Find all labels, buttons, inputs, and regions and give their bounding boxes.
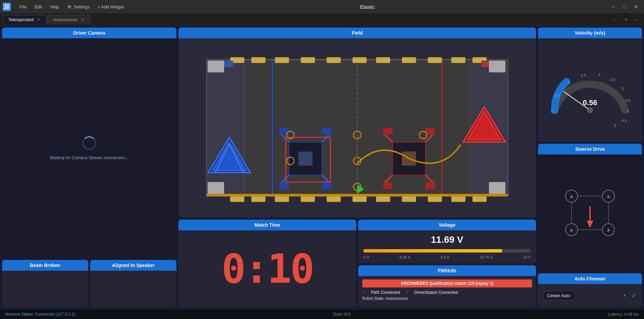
svg-rect-58 (208, 182, 224, 194)
svg-rect-62 (251, 196, 265, 202)
menu-settings[interactable]: Settings (64, 3, 93, 11)
tab-nav-forward[interactable]: → (632, 15, 641, 24)
svg-rect-42 (383, 128, 392, 135)
auto-chooser-panel: Auto Chooser Center Auto Left Auto Right… (538, 273, 642, 307)
svg-rect-68 (402, 196, 416, 202)
voltage-scale-1: 6.25 V (399, 255, 410, 259)
svg-rect-64 (301, 196, 315, 202)
minimize-button[interactable]: ─ (608, 2, 619, 11)
velocity-gauge-svg: 0 0.5 1 1.5 2 2.5 3 3.5 4 4.5 5 (545, 53, 635, 127)
voltage-value: 11.69 V (364, 234, 531, 245)
voltage-scale-4: 13 V (523, 255, 531, 259)
match-time-body: 0:10 (178, 230, 356, 307)
status-bar: Network Tables: Connected (127.0.0.1) Te… (0, 309, 644, 319)
fms-alert: ARCHIMEDES Qualification match 119 (repl… (362, 279, 532, 287)
svg-text:4: 4 (627, 109, 629, 113)
mid-bottom-area: Match Time 0:10 Voltage 11.69 V 4 V 6.25… (178, 220, 536, 307)
fms-connected-check: ✓ (362, 290, 366, 295)
svg-text:5: 5 (614, 124, 616, 127)
svg-rect-19 (402, 57, 416, 63)
tab-teleoperated[interactable]: Teleoperated ✕ (3, 15, 47, 24)
tab-autonomous-label: Autonomous (53, 17, 77, 22)
auto-chooser-header: Auto Chooser (538, 273, 642, 284)
menu-file[interactable]: File (16, 3, 30, 11)
menu-edit[interactable]: Edit (31, 3, 45, 11)
app-title: Elastic (132, 4, 602, 10)
menu-bar: File Edit Help Settings + Add Widget (16, 3, 127, 11)
beam-broken-panel: Beam Broken (2, 260, 88, 307)
svg-rect-7 (207, 60, 244, 196)
svg-rect-34 (280, 183, 289, 189)
velocity-panel: Velocity (m/s) (538, 28, 642, 142)
auto-confirm-icon: ✓ (632, 292, 637, 299)
fms-info-header: FMSInfo (358, 265, 536, 276)
bottom-left-panels: Beam Broken Aligned to Speaker (2, 260, 176, 307)
svg-rect-32 (280, 128, 289, 135)
auto-chooser-select[interactable]: Center Auto Left Auto Right Auto No Auto (543, 291, 574, 301)
tab-nav-add[interactable]: + (621, 15, 631, 24)
svg-text:1.5: 1.5 (581, 73, 586, 77)
velocity-header: Velocity (m/s) (538, 28, 642, 38)
svg-rect-18 (376, 57, 390, 63)
menu-help[interactable]: Help (47, 3, 62, 11)
team-info: Team 353 (75, 312, 608, 317)
svg-text:4.5: 4.5 (622, 119, 627, 123)
svg-point-4 (69, 6, 70, 7)
svg-text:3: 3 (622, 87, 624, 91)
svg-text:2: 2 (598, 73, 600, 77)
fms-connected-row: ✓ FMS Connected ✓ DriverStation Connecte… (362, 290, 532, 295)
svg-rect-1 (7, 5, 9, 6)
auto-select-wrapper: Center Auto Left Auto Right Auto No Auto (543, 291, 629, 301)
swerve-drive-header: Swerve Drive (538, 144, 642, 154)
match-time-header: Match Time (178, 220, 356, 230)
ds-connected-label: DriverStation Connected (414, 290, 458, 295)
title-bar: File Edit Help Settings + Add Widget Ela… (0, 0, 644, 13)
aligned-to-speaker-header: Aligned to Speaker (90, 260, 176, 271)
window-controls: ─ □ ✕ (608, 2, 641, 11)
aligned-to-speaker-body (90, 271, 176, 307)
svg-rect-15 (301, 57, 315, 63)
voltage-bar-fill (364, 249, 502, 253)
tab-teleoperated-close[interactable]: ✕ (36, 17, 41, 22)
svg-rect-72 (207, 194, 508, 196)
right-column: Velocity (m/s) (538, 28, 642, 307)
main-content: Driver Camera Waiting for Camera Stream … (0, 26, 644, 309)
voltage-scale-3: 10.75 V (480, 255, 493, 259)
voltage-scale-2: 8.5 V (441, 255, 449, 259)
svg-rect-45 (425, 183, 435, 189)
restore-button[interactable]: □ (619, 2, 630, 11)
svg-rect-13 (251, 57, 265, 63)
tab-navigation: ← + → (610, 15, 641, 24)
tab-autonomous-close[interactable]: ✕ (80, 17, 85, 22)
svg-rect-33 (322, 128, 331, 135)
add-widget-button[interactable]: + Add Widget (94, 3, 127, 11)
svg-rect-60 (489, 182, 505, 194)
match-time-display: 0:10 (218, 242, 317, 295)
tab-nav-back[interactable]: ← (610, 15, 620, 24)
svg-rect-65 (327, 196, 341, 202)
svg-rect-2 (5, 7, 6, 9)
field-svg (178, 38, 536, 218)
svg-text:▲: ▲ (569, 227, 574, 232)
svg-text:▲: ▲ (606, 227, 611, 232)
network-status: Network Tables: Connected (127.0.0.1) (5, 312, 75, 317)
svg-rect-44 (383, 183, 392, 189)
svg-text:▲: ▲ (569, 193, 574, 199)
svg-rect-67 (376, 196, 390, 202)
close-button[interactable]: ✕ (631, 2, 641, 11)
fms-info-panel: FMSInfo ARCHIMEDES Qualification match 1… (358, 265, 536, 307)
left-column: Driver Camera Waiting for Camera Stream … (2, 28, 176, 307)
voltage-bar-container (364, 249, 531, 253)
auto-chooser-body: Center Auto Left Auto Right Auto No Auto… (538, 284, 642, 307)
svg-rect-14 (275, 57, 289, 63)
svg-rect-71 (473, 196, 487, 202)
voltage-body: 11.69 V 4 V 6.25 V 8.5 V 10.75 V 13 V (358, 230, 536, 263)
tab-autonomous[interactable]: Autonomous ✕ (47, 15, 91, 24)
field-header: Field (178, 28, 536, 38)
field-body (178, 38, 536, 218)
svg-text:0: 0 (551, 109, 553, 113)
field-panel: Field (178, 28, 536, 218)
svg-rect-61 (230, 196, 244, 202)
driver-camera-panel: Driver Camera Waiting for Camera Stream … (2, 28, 176, 258)
voltage-header: Voltage (358, 220, 536, 230)
